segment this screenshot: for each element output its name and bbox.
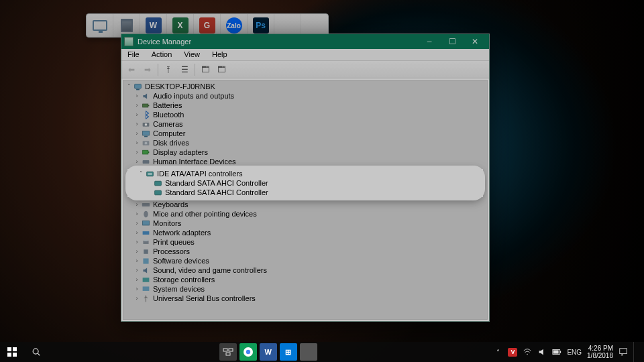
expander-icon[interactable]: › xyxy=(133,284,141,294)
svg-point-27 xyxy=(33,349,38,354)
expander-icon[interactable]: › xyxy=(133,237,141,247)
node-usb-controllers[interactable]: ›Universal Serial Bus controllers xyxy=(123,294,487,303)
toolbar-props[interactable]: ☰ xyxy=(177,63,192,76)
maximize-button[interactable]: ☐ xyxy=(441,35,464,48)
node-print-queues[interactable]: ›Print queues xyxy=(123,237,487,247)
show-desktop-button[interactable] xyxy=(633,342,639,362)
svg-rect-2 xyxy=(142,104,148,107)
expander-icon[interactable]: › xyxy=(133,228,141,237)
menu-action[interactable]: Action xyxy=(146,49,178,60)
expander-icon[interactable]: › xyxy=(133,256,141,265)
titlebar[interactable]: Device Manager – ☐ ✕ xyxy=(121,34,489,49)
desktop: W X G Zalo Ps Device Manager – ☐ ✕ File … xyxy=(0,0,644,362)
taskbar-app[interactable] xyxy=(300,343,317,361)
menu-view[interactable]: View xyxy=(178,49,206,60)
svg-rect-30 xyxy=(229,349,233,351)
node-sound-video-game[interactable]: ›Sound, video and game controllers xyxy=(123,265,487,275)
expander-icon[interactable]: › xyxy=(133,147,141,157)
expander-icon[interactable]: › xyxy=(133,200,141,209)
close-button[interactable]: ✕ xyxy=(464,35,486,48)
tree-content[interactable]: ˅ DESKTOP-FJ0RNBK ›Audio inputs and outp… xyxy=(123,80,488,320)
node-mice[interactable]: ›Mice and other pointing devices xyxy=(123,209,487,219)
node-monitors[interactable]: ›Monitors xyxy=(123,219,487,228)
task-view-button[interactable] xyxy=(219,343,237,361)
minimize-button[interactable]: – xyxy=(418,35,441,48)
node-sata-controller-2[interactable]: Standard SATA AHCI Controller xyxy=(127,188,483,197)
expander-icon[interactable]: › xyxy=(133,119,141,129)
tray-wifi-icon[interactable] xyxy=(523,347,532,357)
pc-icon xyxy=(141,129,150,138)
node-processors[interactable]: ›Processors xyxy=(123,247,487,256)
expander-icon[interactable]: › xyxy=(133,110,141,119)
svg-rect-15 xyxy=(154,181,161,186)
taskbar-store[interactable]: ⊞ xyxy=(280,343,297,361)
tray-antivirus-icon[interactable]: V xyxy=(508,348,517,357)
tray-chevron[interactable]: ˄ xyxy=(493,347,502,357)
svg-line-28 xyxy=(38,353,40,355)
tray-language[interactable]: ENG xyxy=(567,347,582,357)
expander-icon[interactable]: › xyxy=(133,157,141,166)
tree-root[interactable]: ˅ DESKTOP-FJ0RNBK xyxy=(123,82,487,91)
windows-logo-icon xyxy=(7,347,17,357)
node-display-adapters[interactable]: ›Display adapters xyxy=(123,147,487,157)
node-ide-controllers[interactable]: ˅IDE ATA/ATAPI controllers xyxy=(127,169,483,178)
recycle-icon xyxy=(121,19,133,32)
node-software-devices[interactable]: ›Software devices xyxy=(123,256,487,265)
taskbar-search[interactable] xyxy=(24,347,48,357)
expander-icon[interactable]: ˅ xyxy=(137,169,145,178)
tray-clock[interactable]: 4:26 PM 1/8/2018 xyxy=(587,345,613,359)
node-label: Sound, video and game controllers xyxy=(153,265,272,275)
chrome-icon xyxy=(243,347,254,357)
node-batteries[interactable]: ›Batteries xyxy=(123,101,487,110)
taskbar-word[interactable]: W xyxy=(260,343,277,361)
svg-point-5 xyxy=(144,123,147,126)
expander-icon[interactable]: › xyxy=(133,91,141,101)
node-audio[interactable]: ›Audio inputs and outputs xyxy=(123,91,487,101)
node-label: Standard SATA AHCI Controller xyxy=(165,188,274,197)
node-network[interactable]: ›Network adapters xyxy=(123,228,487,237)
svg-rect-10 xyxy=(142,150,148,154)
node-keyboards[interactable]: ›Keyboards xyxy=(123,200,487,209)
node-computer[interactable]: ›Computer xyxy=(123,129,487,138)
expander-icon[interactable]: › xyxy=(133,129,141,138)
toolbar-scan[interactable]: 🗔 xyxy=(214,63,229,76)
svg-rect-17 xyxy=(142,203,149,206)
menu-help[interactable]: Help xyxy=(206,49,233,60)
battery-icon xyxy=(141,101,150,110)
word-icon: W xyxy=(146,17,162,34)
svg-rect-23 xyxy=(144,249,148,254)
menu-file[interactable]: File xyxy=(121,49,146,60)
expander-icon[interactable]: › xyxy=(133,247,141,256)
expander-icon[interactable]: › xyxy=(133,294,141,303)
node-disk-drives[interactable]: ›Disk drives xyxy=(123,138,487,147)
tray-battery-icon[interactable] xyxy=(552,347,561,357)
taskbar-chrome[interactable] xyxy=(239,343,257,361)
expander-icon[interactable]: › xyxy=(133,219,141,228)
tray-time: 4:26 PM xyxy=(587,345,613,352)
toolbar-forward: ➡ xyxy=(140,63,155,76)
start-button[interactable] xyxy=(0,342,24,362)
expander-icon[interactable]: › xyxy=(133,275,141,284)
node-bluetooth[interactable]: ›Bluetooth xyxy=(123,110,487,119)
ide-icon xyxy=(145,170,154,178)
action-center-icon[interactable] xyxy=(619,347,628,357)
svg-rect-1 xyxy=(136,88,140,90)
node-label: Bluetooth xyxy=(153,110,189,119)
tray-volume-icon[interactable] xyxy=(537,347,547,357)
node-cameras[interactable]: ›Cameras xyxy=(123,119,487,129)
toolbar-refresh[interactable]: 🗔 xyxy=(198,63,213,76)
node-storage-controllers[interactable]: ›Storage controllers xyxy=(123,275,487,284)
expander-icon[interactable]: ˅ xyxy=(125,82,133,91)
toolbar-up[interactable]: ⭱ xyxy=(161,63,176,76)
node-system-devices[interactable]: ›System devices xyxy=(123,284,487,294)
svg-rect-26 xyxy=(142,286,149,291)
floatbar-monitor[interactable] xyxy=(87,14,113,37)
expander-icon[interactable]: › xyxy=(133,209,141,219)
bluetooth-icon xyxy=(141,111,150,119)
expander-icon[interactable]: › xyxy=(133,265,141,275)
expander-icon[interactable]: › xyxy=(133,138,141,147)
monitor-device-icon xyxy=(141,219,150,228)
node-sata-controller-1[interactable]: Standard SATA AHCI Controller xyxy=(127,178,483,188)
node-hid[interactable]: ›Human Interface Devices xyxy=(123,157,487,166)
expander-icon[interactable]: › xyxy=(133,101,141,110)
